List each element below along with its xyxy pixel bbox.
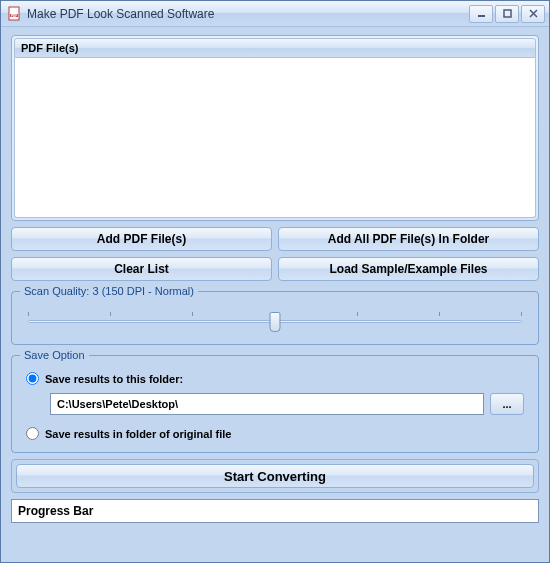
radio-original-input[interactable]	[26, 427, 39, 440]
start-converting-button[interactable]: Start Converting	[16, 464, 534, 488]
titlebar[interactable]: PDF Make PDF Look Scanned Software	[1, 1, 549, 27]
window-title: Make PDF Look Scanned Software	[27, 7, 469, 21]
start-panel: Start Converting	[11, 459, 539, 493]
svg-text:PDF: PDF	[11, 13, 17, 17]
minimize-button[interactable]	[469, 5, 493, 23]
load-sample-button[interactable]: Load Sample/Example Files	[278, 257, 539, 281]
radio-original-label: Save results in folder of original file	[45, 428, 231, 440]
scan-quality-label: Scan Quality: 3 (150 DPI - Normal)	[20, 285, 198, 297]
client-area: PDF File(s) Add PDF File(s) Add All PDF …	[1, 27, 549, 562]
app-window: PDF Make PDF Look Scanned Software PDF F…	[0, 0, 550, 563]
browse-button[interactable]: ...	[490, 393, 524, 415]
slider-thumb[interactable]	[270, 312, 281, 332]
file-list-header[interactable]: PDF File(s)	[14, 38, 536, 58]
folder-path-input[interactable]	[50, 393, 484, 415]
save-option-group: Save Option Save results to this folder:…	[11, 355, 539, 453]
file-list[interactable]	[14, 58, 536, 218]
add-pdf-button[interactable]: Add PDF File(s)	[11, 227, 272, 251]
scan-quality-slider[interactable]	[28, 310, 522, 334]
svg-rect-4	[504, 10, 511, 17]
radio-folder-label: Save results to this folder:	[45, 373, 183, 385]
app-icon: PDF	[7, 6, 23, 22]
save-option-label: Save Option	[20, 349, 89, 361]
radio-save-to-folder[interactable]: Save results to this folder:	[22, 370, 528, 387]
progress-label: Progress Bar	[18, 504, 93, 518]
scan-quality-group: Scan Quality: 3 (150 DPI - Normal)	[11, 291, 539, 345]
svg-rect-3	[478, 15, 485, 17]
file-list-panel: PDF File(s)	[11, 35, 539, 221]
radio-save-original[interactable]: Save results in folder of original file	[22, 425, 528, 442]
progress-bar: Progress Bar	[11, 499, 539, 523]
close-button[interactable]	[521, 5, 545, 23]
clear-list-button[interactable]: Clear List	[11, 257, 272, 281]
add-folder-button[interactable]: Add All PDF File(s) In Folder	[278, 227, 539, 251]
maximize-button[interactable]	[495, 5, 519, 23]
radio-folder-input[interactable]	[26, 372, 39, 385]
